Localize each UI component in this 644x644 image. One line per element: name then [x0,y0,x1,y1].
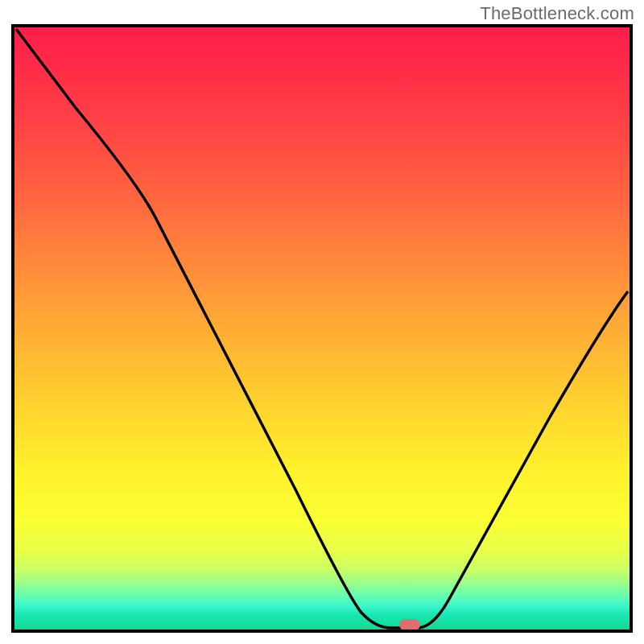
chart-plot-area [11,24,633,633]
chart-svg [14,27,630,630]
bottleneck-curve-path [16,29,628,628]
watermark-text: TheBottleneck.com [480,3,634,24]
current-value-marker [399,619,420,630]
